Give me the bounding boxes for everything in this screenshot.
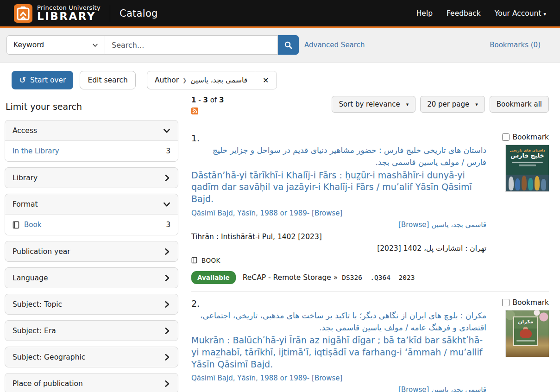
- result-number: 1.: [191, 133, 486, 143]
- bookmark-checkbox[interactable]: [502, 299, 510, 306]
- result-format: BOOK: [191, 257, 486, 264]
- nav-help-link[interactable]: Help: [416, 9, 433, 18]
- result-title-vernacular[interactable]: داستان های تاریخی خلیج فارس : حضور مشاهی…: [191, 144, 486, 169]
- author-filter-chip: Author ❯ قاسمی بجد، یاسین ✕: [147, 71, 277, 89]
- app-title: Catalog: [120, 8, 158, 19]
- library-brand[interactable]: Princeton University LIBRARY: [37, 5, 101, 22]
- bookmark-toggle: Bookmark: [502, 298, 549, 307]
- book-cover-thumbnail: مکران: [506, 310, 549, 357]
- cover-title: مکران: [518, 319, 533, 325]
- browse-link[interactable]: [Browse]: [398, 221, 429, 229]
- close-icon: ✕: [263, 76, 269, 85]
- availability-badge: Available: [191, 271, 236, 284]
- chevron-right-icon: [163, 274, 170, 282]
- nav-your-account-menu[interactable]: Your Account▾: [495, 9, 546, 18]
- result-number: 2.: [191, 298, 486, 309]
- chevron-right-icon: [163, 301, 170, 308]
- facet-header-library[interactable]: Library: [5, 168, 178, 188]
- chevron-down-icon: [163, 127, 170, 134]
- facet-group-place-of-publication: Place of publication: [5, 373, 178, 392]
- book-icon: [13, 221, 19, 229]
- browse-link[interactable]: [Browse]: [312, 374, 342, 382]
- brand-top-text: Princeton University: [37, 5, 101, 11]
- search-field-select[interactable]: Keyword: [6, 35, 105, 55]
- result-author-vernacular: قاسمی بجد، یاسین [Browse]: [191, 386, 486, 392]
- search-constraints: ↺ Start over Edit search Author ❯ قاسمی …: [12, 71, 560, 89]
- result-author-romanized: Qāsimī Bajd, Yāsīn, 1988 or 1989- [Brows…: [191, 209, 486, 217]
- nav-feedback-link[interactable]: Feedback: [447, 9, 481, 18]
- chevron-down-icon: [163, 201, 170, 208]
- facet-heading: Limit your search: [6, 101, 178, 112]
- rss-feed-icon[interactable]: [191, 107, 198, 114]
- caret-down-icon: ▾: [475, 101, 478, 107]
- princeton-library-logo-icon[interactable]: [14, 4, 32, 23]
- app-header: Princeton University LIBRARY Catalog Hel…: [0, 0, 560, 28]
- browse-link[interactable]: [Browse]: [312, 209, 342, 217]
- facet-header-subject-topic[interactable]: Subject: Topic: [5, 294, 178, 314]
- result-title-romanized[interactable]: Mukrān : Balūchʹhā-yi Īrān az nigāhī dīg…: [191, 335, 486, 370]
- facet-header-subject-era[interactable]: Subject: Era: [5, 321, 178, 341]
- facet-item-book: Book 3: [5, 215, 178, 235]
- result-publication-vernacular: تهران : انتشارات پل، 1402 [2023]: [191, 244, 486, 253]
- chevron-right-icon: [163, 380, 170, 387]
- result-item-1: Bookmark داستان های تاریخی خلیج فارس 1. …: [191, 133, 549, 284]
- facet-header-publication-year[interactable]: Publication year: [5, 241, 178, 261]
- results-count: 1 - 3 of 3: [191, 96, 224, 104]
- search-button[interactable]: [278, 35, 299, 55]
- advanced-search-link[interactable]: Advanced Search: [304, 41, 365, 49]
- facet-header-place-of-publication[interactable]: Place of publication: [5, 373, 178, 392]
- chevron-right-icon: [163, 354, 170, 361]
- cover-boats-art: [506, 175, 549, 191]
- start-over-button[interactable]: ↺ Start over: [12, 71, 73, 89]
- search-icon: [284, 41, 293, 50]
- filter-value: قاسمی بجد، یاسین: [190, 76, 247, 84]
- bookmark-toggle: Bookmark: [502, 133, 549, 141]
- facet-header-subject-geographic[interactable]: Subject: Geographic: [5, 347, 178, 367]
- edit-search-button[interactable]: Edit search: [80, 71, 135, 89]
- facet-group-access: Access In the Library 3: [5, 120, 178, 162]
- facet-count: 3: [166, 147, 170, 155]
- results-toolbar: 1 - 3 of 3 Sort by relevan: [191, 96, 549, 116]
- result-availability: Available ReCAP - Remote Storage » DS326…: [191, 271, 486, 284]
- result-author-vernacular: قاسمی بجد، یاسین [Browse]: [191, 221, 486, 229]
- browse-link[interactable]: [Browse]: [398, 386, 429, 392]
- search-bar: Keyword Advanced Search Bookmarks (0): [0, 28, 560, 63]
- header-divider: [110, 5, 110, 22]
- caret-down-icon: ▾: [543, 11, 546, 17]
- main-content: Limit your search Access In the Library …: [0, 89, 560, 392]
- result-publication: Tihrān : Intishārāt-i Pul, 1402 [2023]: [191, 233, 486, 241]
- chevron-right-icon: [163, 248, 170, 255]
- book-icon: [191, 257, 197, 264]
- facet-sidebar: Limit your search Access In the Library …: [5, 95, 178, 392]
- result-author-romanized: Qāsimī Bajd, Yāsīn, 1988 or 1989- [Brows…: [191, 374, 486, 382]
- facet-group-subject-geographic: Subject: Geographic: [5, 347, 178, 367]
- caret-down-icon: ▾: [406, 101, 409, 107]
- location-text: ReCAP - Remote Storage »: [243, 273, 338, 282]
- bookmarks-link[interactable]: Bookmarks (0): [490, 41, 541, 49]
- facet-count: 3: [166, 221, 170, 229]
- bookmark-checkbox[interactable]: [502, 133, 510, 141]
- result-title-vernacular[interactable]: مکران : بلوچ های ایران از نگاهی دیگر؛ با…: [191, 310, 486, 334]
- search-results: 1 - 3 of 3 Sort by relevan: [191, 95, 549, 392]
- facet-group-subject-era: Subject: Era: [5, 320, 178, 341]
- facet-item-in-the-library: In the Library 3: [5, 141, 178, 161]
- chevron-down-icon: [92, 42, 98, 48]
- facet-header-format[interactable]: Format: [5, 194, 178, 214]
- per-page-dropdown[interactable]: 20 per page ▾: [420, 96, 485, 113]
- search-group: Keyword: [6, 35, 299, 55]
- result-title-romanized[interactable]: Dāstānʼhā-yi tārīkhī-i Khalīj-i Fārs : ḥ…: [191, 170, 486, 205]
- sort-dropdown[interactable]: Sort by relevance ▾: [332, 96, 415, 113]
- filter-label: Author: [155, 76, 179, 84]
- result-item-2: Bookmark مکران 2. مکران : بلوچ های ایران…: [191, 291, 549, 392]
- facet-header-language[interactable]: Language: [5, 268, 178, 288]
- chevron-right-icon: ❯: [182, 77, 187, 83]
- search-input[interactable]: [105, 35, 278, 55]
- facet-header-access[interactable]: Access: [5, 120, 178, 140]
- bookmark-all-button[interactable]: Bookmark all: [490, 96, 549, 113]
- cover-title-line2: خلیج فارس: [510, 152, 544, 159]
- call-number: DS326 .Q364 2023: [342, 274, 415, 281]
- brand-bottom-text: LIBRARY: [37, 11, 101, 22]
- remove-filter-button[interactable]: ✕: [255, 71, 276, 89]
- chevron-right-icon: [163, 327, 170, 335]
- header-nav: Help Feedback Your Account▾: [416, 9, 546, 18]
